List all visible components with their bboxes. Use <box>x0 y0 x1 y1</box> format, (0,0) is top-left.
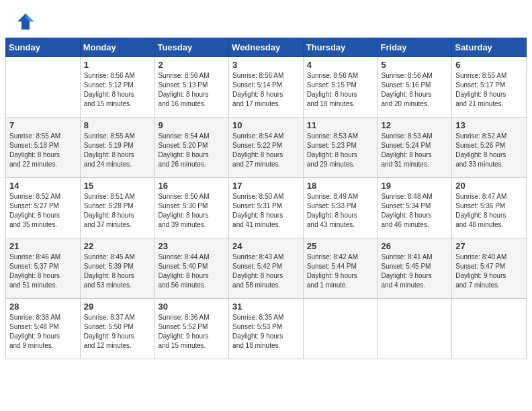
day-number: 26 <box>382 241 449 251</box>
day-cell: 11Sunrise: 8:53 AMSunset: 5:23 PMDayligh… <box>303 118 378 178</box>
day-info: Sunrise: 8:52 AMSunset: 5:26 PMDaylight:… <box>455 132 523 169</box>
day-number: 31 <box>232 302 300 312</box>
weekday-monday: Monday <box>80 38 154 57</box>
day-number: 2 <box>158 60 225 70</box>
day-info: Sunrise: 8:55 AMSunset: 5:18 PMDaylight:… <box>9 132 77 169</box>
day-info: Sunrise: 8:47 AMSunset: 5:36 PMDaylight:… <box>455 192 523 230</box>
day-cell: 29Sunrise: 8:37 AMSunset: 5:50 PMDayligh… <box>80 299 154 359</box>
day-number: 8 <box>84 120 151 130</box>
day-cell: 25Sunrise: 8:42 AMSunset: 5:44 PMDayligh… <box>303 238 378 299</box>
day-number: 16 <box>158 181 225 191</box>
day-info: Sunrise: 8:56 AMSunset: 5:14 PMDaylight:… <box>232 71 300 109</box>
day-info: Sunrise: 8:35 AMSunset: 5:53 PMDaylight:… <box>232 313 300 351</box>
page-header <box>0 0 532 38</box>
day-cell <box>378 299 452 359</box>
day-cell: 21Sunrise: 8:46 AMSunset: 5:37 PMDayligh… <box>6 238 81 299</box>
day-number: 22 <box>84 241 151 251</box>
weekday-thursday: Thursday <box>303 38 378 57</box>
day-info: Sunrise: 8:45 AMSunset: 5:39 PMDaylight:… <box>84 253 151 290</box>
day-cell: 17Sunrise: 8:50 AMSunset: 5:31 PMDayligh… <box>229 178 304 238</box>
day-cell: 26Sunrise: 8:41 AMSunset: 5:45 PMDayligh… <box>378 238 452 299</box>
day-number: 13 <box>455 120 523 130</box>
weekday-friday: Friday <box>378 38 452 57</box>
calendar-body: 1Sunrise: 8:56 AMSunset: 5:12 PMDaylight… <box>6 57 527 359</box>
day-info: Sunrise: 8:56 AMSunset: 5:12 PMDaylight:… <box>84 71 151 109</box>
weekday-tuesday: Tuesday <box>154 38 229 57</box>
day-number: 10 <box>232 120 300 130</box>
day-info: Sunrise: 8:54 AMSunset: 5:22 PMDaylight:… <box>232 132 300 169</box>
weekday-sunday: Sunday <box>6 38 81 57</box>
day-info: Sunrise: 8:48 AMSunset: 5:34 PMDaylight:… <box>382 192 449 230</box>
day-info: Sunrise: 8:53 AMSunset: 5:24 PMDaylight:… <box>382 132 449 169</box>
day-info: Sunrise: 8:56 AMSunset: 5:16 PMDaylight:… <box>382 71 449 109</box>
day-number: 27 <box>455 241 523 251</box>
day-number: 7 <box>9 120 77 130</box>
weekday-saturday: Saturday <box>452 38 527 57</box>
day-number: 24 <box>232 241 300 251</box>
day-info: Sunrise: 8:41 AMSunset: 5:45 PMDaylight:… <box>382 253 449 290</box>
day-cell: 27Sunrise: 8:40 AMSunset: 5:47 PMDayligh… <box>452 238 527 299</box>
day-number: 11 <box>307 120 374 130</box>
day-cell: 9Sunrise: 8:54 AMSunset: 5:20 PMDaylight… <box>154 118 229 178</box>
day-number: 17 <box>232 181 300 191</box>
day-cell: 6Sunrise: 8:55 AMSunset: 5:17 PMDaylight… <box>452 57 527 118</box>
day-number: 3 <box>232 60 300 70</box>
day-info: Sunrise: 8:50 AMSunset: 5:31 PMDaylight:… <box>232 192 300 230</box>
day-info: Sunrise: 8:46 AMSunset: 5:37 PMDaylight:… <box>9 253 77 290</box>
day-number: 15 <box>84 181 151 191</box>
week-row-3: 14Sunrise: 8:52 AMSunset: 5:27 PMDayligh… <box>6 178 527 238</box>
day-cell: 13Sunrise: 8:52 AMSunset: 5:26 PMDayligh… <box>452 118 527 178</box>
day-cell: 8Sunrise: 8:55 AMSunset: 5:19 PMDaylight… <box>80 118 154 178</box>
day-number: 28 <box>9 302 77 312</box>
day-cell: 7Sunrise: 8:55 AMSunset: 5:18 PMDaylight… <box>6 118 81 178</box>
day-number: 21 <box>9 241 77 251</box>
day-info: Sunrise: 8:50 AMSunset: 5:30 PMDaylight:… <box>158 192 225 230</box>
day-info: Sunrise: 8:44 AMSunset: 5:40 PMDaylight:… <box>158 253 225 290</box>
day-info: Sunrise: 8:43 AMSunset: 5:42 PMDaylight:… <box>232 253 300 290</box>
day-info: Sunrise: 8:49 AMSunset: 5:33 PMDaylight:… <box>307 192 374 230</box>
day-info: Sunrise: 8:40 AMSunset: 5:47 PMDaylight:… <box>455 253 523 290</box>
day-cell: 31Sunrise: 8:35 AMSunset: 5:53 PMDayligh… <box>229 299 304 359</box>
day-info: Sunrise: 8:56 AMSunset: 5:15 PMDaylight:… <box>307 71 374 109</box>
day-cell <box>6 57 81 118</box>
day-info: Sunrise: 8:42 AMSunset: 5:44 PMDaylight:… <box>307 253 374 290</box>
weekday-wednesday: Wednesday <box>229 38 304 57</box>
day-info: Sunrise: 8:55 AMSunset: 5:17 PMDaylight:… <box>455 71 523 109</box>
day-number: 18 <box>307 181 374 191</box>
week-row-1: 1Sunrise: 8:56 AMSunset: 5:12 PMDaylight… <box>6 57 527 118</box>
day-cell: 30Sunrise: 8:36 AMSunset: 5:52 PMDayligh… <box>154 299 229 359</box>
day-cell: 24Sunrise: 8:43 AMSunset: 5:42 PMDayligh… <box>229 238 304 299</box>
day-info: Sunrise: 8:51 AMSunset: 5:28 PMDaylight:… <box>84 192 151 230</box>
day-cell: 23Sunrise: 8:44 AMSunset: 5:40 PMDayligh… <box>154 238 229 299</box>
day-info: Sunrise: 8:55 AMSunset: 5:19 PMDaylight:… <box>84 132 151 169</box>
day-cell: 10Sunrise: 8:54 AMSunset: 5:22 PMDayligh… <box>229 118 304 178</box>
logo-icon <box>16 12 35 31</box>
day-number: 23 <box>158 241 225 251</box>
day-number: 29 <box>84 302 151 312</box>
day-cell: 4Sunrise: 8:56 AMSunset: 5:15 PMDaylight… <box>303 57 378 118</box>
week-row-2: 7Sunrise: 8:55 AMSunset: 5:18 PMDaylight… <box>6 118 527 178</box>
day-number: 1 <box>84 60 151 70</box>
week-row-4: 21Sunrise: 8:46 AMSunset: 5:37 PMDayligh… <box>6 238 527 299</box>
weekday-header-row: SundayMondayTuesdayWednesdayThursdayFrid… <box>6 38 527 57</box>
day-number: 4 <box>307 60 374 70</box>
day-number: 12 <box>382 120 449 130</box>
day-cell <box>303 299 378 359</box>
day-info: Sunrise: 8:54 AMSunset: 5:20 PMDaylight:… <box>158 132 225 169</box>
day-cell: 22Sunrise: 8:45 AMSunset: 5:39 PMDayligh… <box>80 238 154 299</box>
day-number: 19 <box>382 181 449 191</box>
day-info: Sunrise: 8:38 AMSunset: 5:48 PMDaylight:… <box>9 313 77 351</box>
logo <box>16 12 38 31</box>
day-cell: 19Sunrise: 8:48 AMSunset: 5:34 PMDayligh… <box>378 178 452 238</box>
calendar-table: SundayMondayTuesdayWednesdayThursdayFrid… <box>5 38 527 359</box>
calendar-header: SundayMondayTuesdayWednesdayThursdayFrid… <box>6 38 527 57</box>
day-cell: 12Sunrise: 8:53 AMSunset: 5:24 PMDayligh… <box>378 118 452 178</box>
day-cell: 15Sunrise: 8:51 AMSunset: 5:28 PMDayligh… <box>80 178 154 238</box>
day-number: 25 <box>307 241 374 251</box>
day-cell: 14Sunrise: 8:52 AMSunset: 5:27 PMDayligh… <box>6 178 81 238</box>
day-cell: 2Sunrise: 8:56 AMSunset: 5:13 PMDaylight… <box>154 57 229 118</box>
day-number: 6 <box>455 60 523 70</box>
day-info: Sunrise: 8:36 AMSunset: 5:52 PMDaylight:… <box>158 313 225 351</box>
day-cell: 3Sunrise: 8:56 AMSunset: 5:14 PMDaylight… <box>229 57 304 118</box>
day-info: Sunrise: 8:56 AMSunset: 5:13 PMDaylight:… <box>158 71 225 109</box>
